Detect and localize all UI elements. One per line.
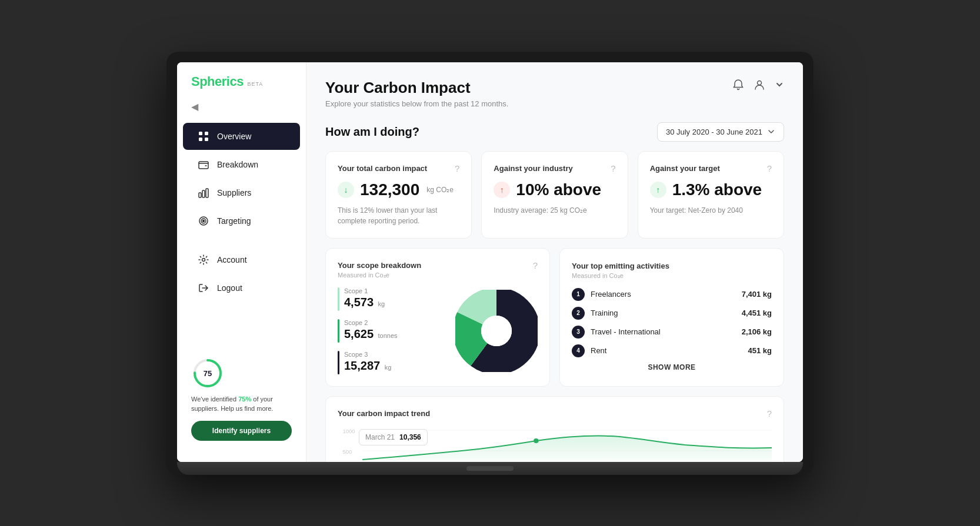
trend-help-icon[interactable]: ?	[767, 408, 772, 418]
header-icons	[732, 79, 784, 93]
bar-chart-icon	[197, 186, 210, 199]
svg-point-11	[202, 258, 205, 261]
scope-3-unit: kg	[385, 364, 392, 371]
scope-2-item: Scope 2 5,625 tonnes	[338, 319, 444, 343]
trend-header: Your carbon impact trend ?	[338, 408, 772, 418]
metric-cards-row: Your total carbon impact ? ↓ 132,300 kg …	[325, 151, 784, 239]
trend-card: Your carbon impact trend ? March 21 10,3…	[325, 396, 784, 462]
activity-name-1: Freelancers	[591, 290, 736, 299]
sidebar-item-suppliers[interactable]: Suppliers	[183, 179, 300, 206]
sidebar: Spherics BETA ◀	[177, 62, 306, 462]
page-header-left: Your Carbon Impact Explore your statisti…	[325, 79, 508, 108]
activity-value-1: 7,401 kg	[742, 290, 772, 299]
bottom-cards-row: Your scope breakdown ? Measured in Co₂e …	[325, 248, 784, 387]
scope-2-unit: tonnes	[378, 332, 398, 339]
activities-card: Your top emitting activities Measured in…	[559, 248, 784, 387]
activity-item-4: 4 Rent 451 kg	[572, 344, 772, 357]
total-carbon-card: Your total carbon impact ? ↓ 132,300 kg …	[325, 151, 472, 239]
target-title: Against your target	[650, 164, 720, 173]
scope-2-name: Scope 2	[344, 319, 398, 326]
target-help-icon[interactable]: ?	[767, 163, 772, 173]
industry-value: 10% above	[516, 180, 601, 199]
sidebar-item-targeting-label: Targeting	[217, 216, 251, 226]
scope-breakdown-title: Your scope breakdown	[338, 261, 421, 270]
total-carbon-metric-row: ↓ 132,300 kg CO₂e	[338, 180, 459, 199]
total-carbon-unit: kg CO₂e	[426, 186, 454, 194]
up-red-arrow-icon: ↑	[494, 182, 510, 198]
beta-label: BETA	[247, 81, 263, 87]
page-subtitle: Explore your statistics below from the p…	[325, 99, 508, 108]
sidebar-item-logout-label: Logout	[217, 283, 242, 293]
date-range-picker[interactable]: 30 July 2020 - 30 June 2021	[657, 122, 784, 142]
scope-3-name: Scope 3	[344, 351, 391, 358]
section-title: How am I doing?	[325, 125, 419, 139]
scope-breakdown-help-icon[interactable]: ?	[533, 260, 538, 270]
supplier-progress-circle: 75	[191, 357, 224, 390]
sidebar-item-logout[interactable]: Logout	[183, 274, 300, 301]
how-doing-section-header: How am I doing? 30 July 2020 - 30 June 2…	[325, 122, 784, 142]
svg-rect-1	[205, 132, 208, 135]
show-more-button[interactable]: SHOW MORE	[572, 363, 772, 371]
wallet-icon	[197, 158, 210, 171]
supplier-widget: 75 We've identified 75% of your supplier…	[177, 347, 306, 450]
svg-point-18	[481, 316, 512, 346]
total-carbon-title: Your total carbon impact	[338, 164, 427, 173]
trend-title: Your carbon impact trend	[338, 409, 430, 418]
industry-card: Against your industry ? ↑ 10% above Indu…	[481, 151, 628, 239]
sidebar-nav: Overview Breakdown	[177, 122, 306, 347]
sidebar-collapse-btn[interactable]: ◀	[177, 101, 306, 122]
sidebar-item-overview-label: Overview	[217, 132, 251, 141]
scope-3-item: Scope 3 15,287 kg	[338, 351, 444, 374]
activity-rank-2: 2	[572, 307, 585, 320]
target-card: Against your target ? ↑ 1.3% above Your …	[638, 151, 784, 239]
svg-rect-7	[206, 189, 208, 197]
trend-tooltip: March 21 10,356	[359, 429, 428, 445]
page-header: Your Carbon Impact Explore your statisti…	[325, 79, 784, 108]
activity-item-3: 3 Travel - International 2,106 kg	[572, 326, 772, 339]
svg-point-23	[534, 438, 538, 443]
activity-item-1: 1 Freelancers 7,401 kg	[572, 288, 772, 301]
scope-2-bar	[338, 319, 339, 343]
target-description: Your target: Net-Zero by 2040	[650, 205, 772, 216]
svg-rect-4	[199, 162, 208, 169]
industry-description: Industry average: 25 kg CO₂e	[494, 205, 615, 216]
sidebar-item-breakdown-label: Breakdown	[217, 160, 258, 169]
activity-value-4: 451 kg	[748, 346, 772, 355]
activity-name-3: Travel - International	[591, 327, 736, 336]
activities-title: Your top emitting activities	[572, 262, 669, 270]
supplier-percent-highlight: 75%	[238, 396, 251, 403]
activities-subtitle: Measured in Co₂e	[572, 272, 772, 280]
up-green-arrow-icon: ↑	[650, 182, 666, 198]
activity-rank-4: 4	[572, 344, 585, 357]
svg-rect-6	[202, 190, 205, 197]
industry-metric-row: ↑ 10% above	[494, 180, 615, 199]
user-icon[interactable]	[754, 79, 765, 93]
notification-icon[interactable]	[732, 79, 744, 93]
target-icon	[197, 215, 210, 227]
page-title: Your Carbon Impact	[325, 79, 508, 97]
total-carbon-help-icon[interactable]: ?	[455, 163, 459, 173]
scope-3-bar	[338, 351, 339, 374]
total-carbon-value: 132,300	[360, 180, 419, 199]
sidebar-item-account[interactable]: Account	[183, 246, 300, 273]
down-arrow-icon: ↓	[338, 182, 354, 198]
activity-item-2: 2 Training 4,451 kg	[572, 307, 772, 320]
svg-point-10	[203, 220, 205, 222]
svg-rect-0	[199, 132, 202, 135]
sidebar-item-overview[interactable]: Overview	[183, 123, 300, 150]
trend-chart-area: March 21 10,356 1000 500	[338, 424, 772, 462]
collapse-icon[interactable]: ◀	[191, 101, 198, 112]
industry-help-icon[interactable]: ?	[611, 163, 615, 173]
identify-suppliers-button[interactable]: Identify suppliers	[191, 421, 292, 441]
svg-rect-2	[199, 138, 202, 141]
svg-rect-3	[205, 138, 208, 141]
activity-name-4: Rent	[591, 346, 742, 355]
svg-point-14	[758, 81, 762, 85]
logo-area: Spherics BETA	[177, 74, 306, 101]
chevron-down-icon[interactable]	[775, 80, 784, 92]
sidebar-item-targeting[interactable]: Targeting	[183, 207, 300, 234]
sidebar-item-breakdown[interactable]: Breakdown	[183, 151, 300, 178]
target-value: 1.3% above	[672, 180, 762, 199]
supplier-percent-label: 75	[204, 368, 212, 377]
svg-rect-5	[199, 193, 201, 197]
